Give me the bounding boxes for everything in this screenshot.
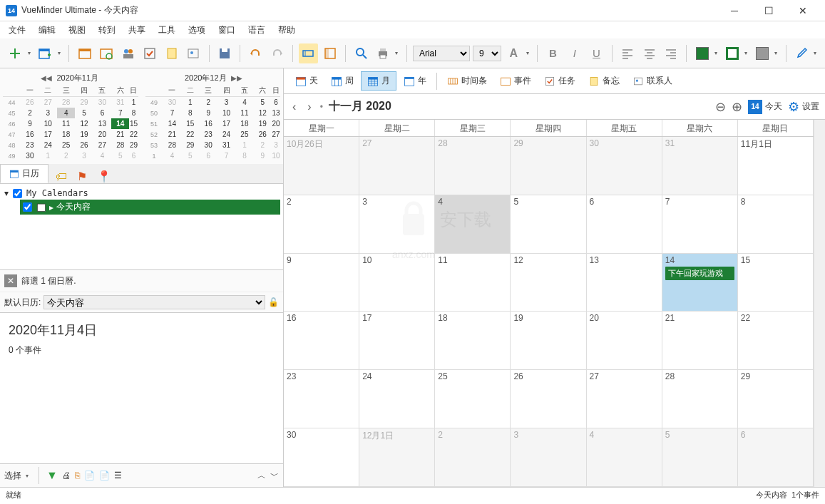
view-contacts[interactable]: 联系人 — [627, 72, 678, 90]
day-cell[interactable]: 10 — [359, 254, 435, 312]
new-meeting-button[interactable] — [118, 43, 138, 63]
font-family-select[interactable]: Arial — [413, 46, 470, 61]
print-button[interactable] — [374, 43, 393, 63]
new-task-button[interactable] — [140, 43, 160, 63]
day-cell[interactable]: 4 — [435, 195, 511, 253]
new-event-button[interactable] — [75, 43, 94, 63]
day-cell[interactable]: 6 — [587, 195, 662, 253]
day-cell[interactable]: 2 — [435, 428, 511, 486]
location-icon[interactable]: 📍 — [97, 170, 111, 183]
new-note-button[interactable] — [163, 43, 182, 63]
redo-button[interactable] — [268, 43, 287, 63]
day-cell[interactable]: 18 — [435, 312, 511, 369]
menu-选项[interactable]: 选项 — [183, 23, 211, 38]
day-cell[interactable]: 19 — [511, 312, 586, 369]
tree-item-today[interactable]: ▸ 今天内容 — [20, 200, 280, 215]
menu-窗口[interactable]: 窗口 — [212, 23, 241, 38]
prev-button[interactable]: ‹ — [289, 101, 299, 113]
day-cell[interactable]: 17 — [359, 312, 435, 369]
day-cell[interactable]: 8 — [738, 195, 814, 253]
day-cell[interactable]: 22 — [738, 312, 814, 369]
view-tasks[interactable]: 任务 — [538, 72, 581, 90]
view-month[interactable]: 月 — [361, 71, 396, 91]
print-icon[interactable]: 🖨 — [62, 470, 71, 480]
day-cell[interactable]: 4 — [587, 428, 662, 486]
menu-帮助[interactable]: 帮助 — [272, 23, 301, 38]
day-cell[interactable]: 27 — [587, 370, 662, 428]
collapse-icon[interactable]: ▾ — [4, 188, 9, 198]
underline-button[interactable]: U — [587, 43, 606, 63]
menu-工具[interactable]: 工具 — [153, 23, 181, 38]
day-cell[interactable]: 28 — [662, 370, 738, 428]
day-cell[interactable]: 31 — [662, 137, 738, 195]
align-right-button[interactable] — [662, 43, 681, 63]
font-color-button[interactable]: A — [504, 43, 523, 63]
day-cell[interactable]: 9 — [284, 254, 359, 312]
next-button[interactable]: › — [304, 101, 314, 113]
day-cell[interactable]: 29 — [738, 370, 814, 428]
save-button[interactable] — [215, 43, 235, 63]
day-cell[interactable]: 6 — [738, 428, 814, 486]
calendar-event[interactable]: 下午回家玩游戏 — [665, 267, 734, 280]
zoom-in-icon[interactable]: ⊕ — [732, 99, 742, 115]
day-cell[interactable]: 30 — [284, 428, 359, 486]
view-week[interactable]: 周 — [325, 72, 359, 90]
new-recurring-button[interactable] — [97, 43, 116, 63]
minimize-button[interactable]: ─ — [724, 5, 745, 16]
next-month-icon[interactable]: ▶▶ — [231, 74, 242, 82]
menu-语言[interactable]: 语言 — [242, 23, 271, 38]
view-notes[interactable]: 备忘 — [583, 72, 625, 90]
menu-视图[interactable]: 视图 — [63, 23, 91, 38]
mini-calendar-dec[interactable]: 2020年12月▶▶ 一二三四五六日4930123456507891011121… — [145, 71, 281, 161]
maximize-button[interactable]: ☐ — [758, 5, 779, 16]
day-cell[interactable]: 5 — [662, 428, 738, 486]
view-timeline[interactable]: 时间条 — [441, 72, 493, 90]
undo-button[interactable] — [246, 43, 265, 63]
view-toggle-button[interactable] — [321, 43, 340, 63]
day-cell[interactable]: 16 — [284, 312, 359, 369]
day-cell[interactable]: 5 — [511, 195, 586, 253]
day-cell[interactable]: 2 — [284, 195, 359, 253]
font-size-select[interactable]: 9 — [473, 46, 501, 61]
day-cell[interactable]: 28 — [435, 137, 511, 195]
export-icon[interactable]: 📄 — [84, 470, 95, 480]
prev-month-icon[interactable]: ◀◀ — [41, 74, 52, 82]
eyedropper-button[interactable] — [792, 43, 811, 63]
mini-calendar-nov[interactable]: ◀◀2020年11月 一二三四五六日4426272829303114523456… — [3, 71, 138, 161]
day-cell[interactable]: 24 — [359, 370, 435, 428]
expand-down-icon[interactable]: ﹀ — [270, 470, 279, 482]
vertical-scrollbar[interactable] — [814, 120, 825, 487]
new-contact-button[interactable] — [184, 43, 203, 63]
day-cell[interactable]: 11 — [435, 254, 511, 312]
settings-button[interactable]: ⚙ 设置 — [788, 99, 819, 115]
menu-转到[interactable]: 转到 — [93, 23, 121, 38]
day-cell[interactable]: 10月26日 — [284, 137, 359, 195]
view-year[interactable]: 年 — [398, 72, 432, 90]
day-cell[interactable]: 20 — [587, 312, 662, 369]
day-cell[interactable]: 12 — [511, 254, 586, 312]
export2-icon[interactable]: 📄 — [99, 470, 110, 480]
collapse-up-icon[interactable]: ︿ — [257, 470, 266, 482]
add-button[interactable] — [6, 43, 25, 63]
align-left-button[interactable] — [618, 43, 637, 63]
default-calendar-select[interactable]: 今天内容 — [43, 295, 265, 309]
day-cell[interactable]: 26 — [511, 370, 586, 428]
tag-icon[interactable]: 🏷 — [56, 170, 67, 183]
list-icon[interactable]: ☰ — [114, 470, 122, 480]
day-cell[interactable]: 29 — [511, 137, 586, 195]
view-events[interactable]: 事件 — [494, 72, 537, 90]
zoom-out-icon[interactable]: ⊖ — [715, 99, 726, 115]
view-day[interactable]: 天 — [289, 72, 324, 90]
filter-close-button[interactable]: ✕ — [4, 274, 17, 287]
tree-item-checkbox[interactable] — [23, 202, 32, 212]
filter-icon[interactable]: ▼ — [46, 469, 58, 482]
lock-icon[interactable]: 🔓 — [268, 297, 279, 307]
tree-root[interactable]: ▾ My Calendars — [3, 187, 280, 200]
bold-button[interactable]: B — [543, 43, 563, 63]
today-button[interactable]: 14 今天 — [748, 100, 782, 114]
day-cell[interactable]: 12月1日 — [359, 428, 435, 486]
tree-root-checkbox[interactable] — [13, 189, 22, 198]
day-cell[interactable]: 13 — [587, 254, 662, 312]
day-cell[interactable]: 23 — [284, 370, 359, 428]
menu-编辑[interactable]: 编辑 — [33, 23, 61, 38]
